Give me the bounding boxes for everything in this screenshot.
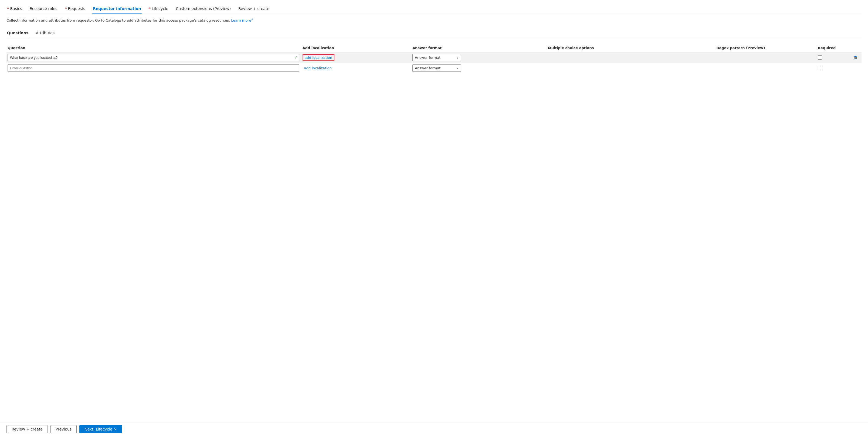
table-row: add localizationAnswer format∨ — [6, 63, 862, 73]
table-header-row: QuestionAdd localizationAnswer formatMul… — [6, 44, 862, 52]
nav-tab-label: Resource roles — [30, 6, 57, 11]
localization-cell-0: add localization — [302, 52, 411, 63]
question-input-1[interactable] — [7, 64, 299, 72]
chevron-down-icon: ∨ — [456, 66, 459, 70]
regex-cell-1 — [715, 63, 817, 73]
sub-tabs: QuestionsAttributes — [6, 29, 862, 38]
delete-icon-0[interactable]: 🗑 — [852, 55, 859, 61]
actions-cell-0: 🗑 — [851, 52, 862, 63]
actions-cell-1 — [851, 63, 862, 73]
col-header-required: Required — [817, 44, 851, 52]
nav-tab-label: Custom extensions (Preview) — [176, 6, 231, 11]
answer-format-label-1: Answer format — [415, 66, 440, 70]
page-description: Collect information and attributes from … — [6, 17, 862, 23]
answer-format-cell-1: Answer format∨ — [411, 63, 547, 73]
footer: Review + create Previous Next: Lifecycle… — [0, 421, 868, 437]
required-cell-1 — [817, 63, 851, 73]
answer-format-dropdown-0[interactable]: Answer format∨ — [412, 54, 461, 61]
table-header: QuestionAdd localizationAnswer formatMul… — [6, 44, 862, 52]
answer-format-dropdown-1[interactable]: Answer format∨ — [412, 64, 461, 72]
add-localization-link-1[interactable]: add localization — [303, 65, 333, 71]
review-create-button[interactable]: Review + create — [6, 425, 48, 433]
answer-format-cell-0: Answer format∨ — [411, 52, 547, 63]
learn-more-link[interactable]: Learn more⬀ — [231, 18, 253, 23]
chevron-down-icon: ∨ — [456, 56, 459, 59]
previous-button[interactable]: Previous — [51, 425, 76, 433]
next-button[interactable]: Next: Lifecycle > — [79, 425, 122, 433]
nav-tabs: * BasicsResource roles* RequestsRequesto… — [6, 4, 862, 14]
required-cell-0 — [817, 52, 851, 63]
add-localization-link-0[interactable]: add localization — [303, 54, 334, 61]
nav-tab-basics[interactable]: * Basics — [6, 4, 23, 14]
table-body: ✓add localizationAnswer format∨🗑add loca… — [6, 52, 862, 73]
nav-tab-resource-roles[interactable]: Resource roles — [29, 4, 58, 14]
nav-tab-label: Requestor information — [93, 6, 141, 11]
required-star: * — [7, 6, 10, 11]
required-star: * — [65, 6, 68, 11]
col-header-add-localization: Add localization — [302, 44, 411, 52]
question-cell-1 — [6, 63, 302, 73]
nav-tab-label: Requests — [68, 6, 85, 11]
sub-tab-attributes[interactable]: Attributes — [35, 29, 55, 38]
multiple-choice-cell-0 — [547, 52, 715, 63]
required-star: * — [149, 6, 152, 11]
nav-tab-custom-extensions[interactable]: Custom extensions (Preview) — [175, 4, 231, 14]
nav-tab-lifecycle[interactable]: * Lifecycle — [148, 4, 169, 14]
question-cell-0: ✓ — [6, 52, 302, 63]
regex-cell-0 — [715, 52, 817, 63]
col-header-regex: Regex pattern (Preview) — [715, 44, 817, 52]
required-checkbox-0[interactable] — [818, 55, 822, 60]
external-link-icon: ⬀ — [251, 18, 253, 21]
col-header-answer-format: Answer format — [411, 44, 547, 52]
description-text: Collect information and attributes from … — [6, 18, 230, 23]
nav-tab-requests[interactable]: * Requests — [64, 4, 86, 14]
multiple-choice-cell-1 — [547, 63, 715, 73]
col-header-multiple-choice: Multiple choice options — [547, 44, 715, 52]
required-checkbox-1[interactable] — [818, 66, 822, 70]
col-header-actions — [851, 44, 862, 52]
answer-format-label-0: Answer format — [415, 56, 440, 60]
table-row: ✓add localizationAnswer format∨🗑 — [6, 52, 862, 63]
questions-table: QuestionAdd localizationAnswer formatMul… — [6, 44, 862, 73]
nav-tab-requestor-information[interactable]: Requestor information — [92, 4, 142, 14]
nav-tab-label: Review + create — [238, 6, 269, 11]
nav-tab-review-create[interactable]: Review + create — [238, 4, 270, 14]
nav-tab-label: Basics — [10, 6, 22, 11]
nav-tab-label: Lifecycle — [152, 6, 168, 11]
check-icon-0: ✓ — [294, 55, 298, 60]
question-input-0[interactable] — [7, 54, 299, 61]
col-header-question: Question — [6, 44, 302, 52]
localization-cell-1: add localization — [302, 63, 411, 73]
sub-tab-questions[interactable]: Questions — [6, 29, 29, 38]
